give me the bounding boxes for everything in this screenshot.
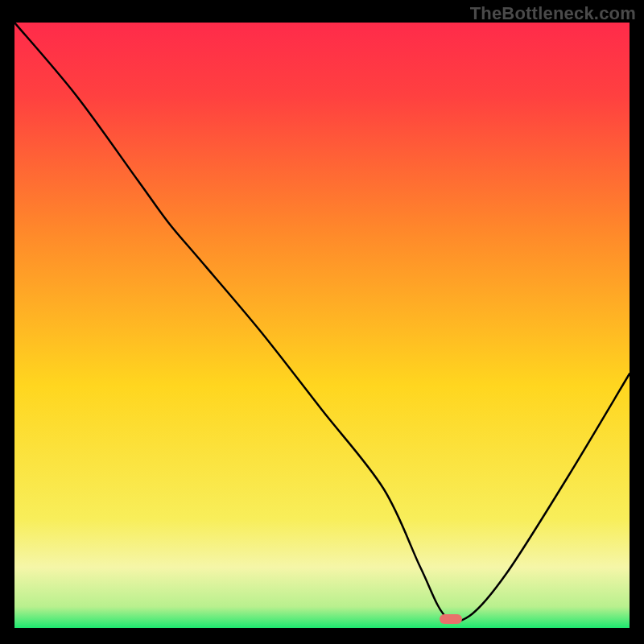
gradient-rect	[14, 23, 630, 628]
chart-svg	[14, 23, 630, 628]
plot-area	[14, 23, 630, 628]
chart-frame: TheBottleneck.com	[0, 0, 644, 644]
watermark-text: TheBottleneck.com	[470, 3, 636, 24]
optimal-marker	[440, 614, 462, 624]
